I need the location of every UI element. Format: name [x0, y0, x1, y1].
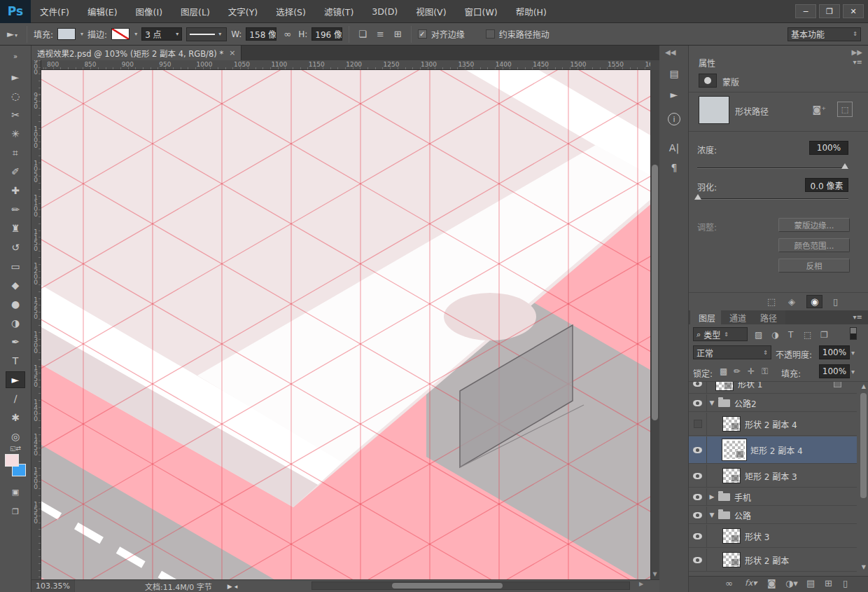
horizontal-ruler[interactable]: 8008509009501000105011001150120012501300… [41, 60, 650, 70]
path-selection-tool[interactable]: ► [6, 371, 25, 388]
visibility-toggle[interactable] [689, 507, 707, 523]
stroke-style-dropdown[interactable]: ▾ [186, 27, 227, 41]
crop-tool[interactable]: ⌗ [6, 144, 25, 161]
align-edges-checkbox[interactable]: ✓ [418, 29, 427, 39]
layer-name[interactable]: 形状 2 副本 4 [745, 418, 797, 430]
new-layer-icon[interactable]: ⊞ [825, 578, 832, 588]
filter-type-layers-icon[interactable]: T [788, 330, 793, 340]
pen-tool[interactable]: ✒ [6, 333, 25, 350]
menu-item-7[interactable]: 3D(D) [363, 0, 407, 23]
blend-mode-dropdown[interactable]: 正常⇕ [693, 345, 771, 359]
tab-layers[interactable]: 图层 [690, 310, 724, 324]
layer-row-0[interactable]: 形状 1 [689, 382, 857, 394]
delete-layer-trash-icon[interactable]: ▯ [843, 578, 848, 588]
invert-button[interactable]: 反相 [778, 259, 850, 273]
layer-thumbnail[interactable] [715, 382, 734, 391]
dodge-tool[interactable]: ◑ [6, 315, 25, 331]
mask-visibility-eye-icon[interactable]: ◉ [806, 295, 822, 308]
line-tool[interactable]: ∕ [6, 390, 25, 407]
visibility-toggle[interactable] [689, 413, 707, 435]
menu-item-4[interactable]: 文字(Y) [219, 0, 267, 23]
height-field[interactable]: 196 像素 [312, 27, 342, 41]
layer-name[interactable]: 公路 [734, 509, 751, 521]
expand-dock-icon[interactable]: ▶▶ [852, 48, 862, 56]
filter-smart-objects-icon[interactable]: ❐ [820, 330, 828, 340]
visibility-toggle[interactable] [689, 436, 707, 463]
hand-tool[interactable]: ✱ [6, 409, 25, 426]
actions-icon[interactable]: ► [664, 86, 684, 103]
vector-mask-frame-icon[interactable]: ⬚ [837, 102, 853, 117]
properties-panel-menu-icon[interactable]: ▾≡ [853, 58, 862, 66]
filter-pixel-layers-icon[interactable]: ▨ [755, 330, 762, 340]
history-icon[interactable]: ▤ [664, 65, 684, 82]
tab-properties[interactable]: 属性 [690, 55, 724, 69]
layer-thumbnail[interactable] [722, 439, 746, 460]
layers-scrollbar-thumb[interactable] [860, 393, 867, 498]
vertical-scrollbar-thumb[interactable] [652, 165, 658, 420]
clone-stamp-tool[interactable]: ♜ [6, 220, 25, 237]
visibility-toggle[interactable] [689, 488, 707, 505]
type-tool[interactable]: T [6, 352, 25, 369]
eyedropper-tool[interactable]: ✐ [6, 163, 25, 180]
chevron-right-icon[interactable]: ▶ [707, 493, 717, 500]
density-value[interactable]: 100% [809, 141, 848, 155]
menu-item-6[interactable]: 滤镜(T) [315, 0, 363, 23]
feather-slider[interactable] [697, 198, 848, 200]
add-mask-footer-icon[interactable]: ◙ [767, 578, 776, 588]
visibility-toggle[interactable] [689, 464, 707, 487]
marquee-tool[interactable]: ◌ [6, 88, 25, 104]
new-group-folder-icon[interactable]: ▤ [806, 578, 815, 588]
eraser-tool[interactable]: ▭ [6, 258, 25, 275]
tab-paths[interactable]: 路径 [752, 310, 785, 324]
info-icon[interactable]: i [668, 113, 680, 125]
menu-item-1[interactable]: 编辑(E) [78, 0, 127, 23]
lock-pixels-icon[interactable]: ✏ [734, 366, 741, 376]
current-tool-icon[interactable]: ►▾ [4, 29, 20, 39]
path-align-icon[interactable]: ≡ [374, 29, 387, 39]
scroll-right-icon[interactable]: ▶ [639, 581, 643, 587]
menu-item-5[interactable]: 选择(S) [267, 0, 315, 23]
zoom-tool[interactable]: ◎ [6, 428, 25, 445]
horizontal-scrollbar-thumb[interactable] [392, 583, 503, 588]
character-icon[interactable]: A| [664, 139, 684, 156]
document-tab[interactable]: 透视效果2.psd @ 103% (矩形 2 副本 4, RGB/8) * × [31, 46, 241, 60]
stroke-swatch[interactable] [111, 28, 130, 40]
healing-brush-tool[interactable]: ✚ [6, 182, 25, 199]
layers-scroll-up-icon[interactable]: ▲ [862, 383, 866, 390]
layer-styles-fx-icon[interactable]: fx▾ [745, 578, 757, 588]
tab-close-icon[interactable]: × [229, 48, 235, 57]
visibility-toggle[interactable] [689, 549, 707, 571]
layer-row-2[interactable]: 形状 2 副本 4 [689, 413, 857, 436]
zoom-level-field[interactable]: 103.35% [31, 580, 75, 592]
brush-tool[interactable]: ✏ [6, 201, 25, 218]
lasso-tool[interactable]: ✂ [6, 106, 25, 123]
maximize-button[interactable]: ❐ [819, 4, 840, 18]
layer-name[interactable]: 形状 3 [745, 530, 769, 542]
adjustment-layer-icon[interactable]: ◑▾ [785, 578, 798, 588]
path-arrange-icon[interactable]: ⊞ [391, 29, 405, 39]
apply-mask-icon[interactable]: ◈ [788, 296, 795, 307]
path-operations-icon[interactable]: ❏ [356, 29, 370, 39]
group-row-1[interactable]: ▼公路2 [689, 394, 857, 412]
layers-scroll-down-icon[interactable]: ▼ [862, 564, 866, 570]
workspace-switcher[interactable]: 基本功能⇕ [788, 27, 861, 41]
layer-row-4[interactable]: 矩形 2 副本 3 [689, 464, 857, 488]
link-dimensions-icon[interactable]: ∞ [281, 29, 294, 39]
mask-thumbnail[interactable] [699, 96, 729, 124]
blur-tool[interactable]: ● [6, 296, 25, 312]
chevron-down-icon[interactable]: ▼ [707, 511, 717, 518]
menu-item-3[interactable]: 图层(L) [172, 0, 219, 23]
layer-row-8[interactable]: 形状 2 副本 [689, 549, 857, 572]
fill-swatch[interactable] [57, 28, 76, 40]
fill-value[interactable]: 100% [819, 364, 850, 378]
tab-channels[interactable]: 通道 [721, 310, 755, 324]
group-row-6[interactable]: ▼公路 [689, 507, 857, 524]
layers-panel-menu-icon[interactable]: ▾≡ [853, 313, 862, 321]
quick-mask-icon[interactable]: ▣ [6, 483, 25, 500]
layer-thumbnail[interactable] [722, 528, 741, 544]
paragraph-icon[interactable]: ¶ [664, 159, 684, 176]
lock-transparent-icon[interactable]: ▩ [720, 366, 727, 376]
layer-name[interactable]: 公路2 [734, 397, 757, 409]
delete-mask-trash-icon[interactable]: ▯ [833, 296, 838, 307]
layer-name[interactable]: 形状 1 [738, 382, 762, 390]
